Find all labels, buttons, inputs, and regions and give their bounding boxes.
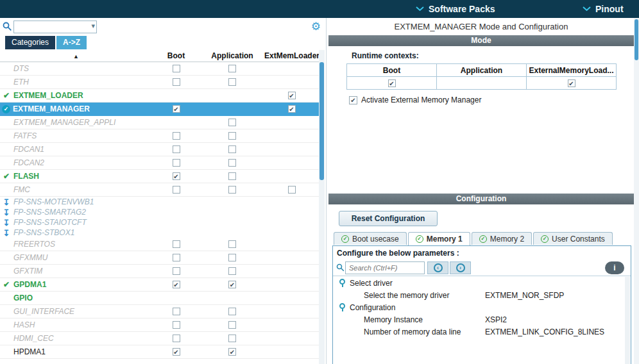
- boot-checkbox[interactable]: [173, 78, 180, 86]
- scrollbar-thumb[interactable]: [635, 19, 638, 60]
- application-checkbox[interactable]: [228, 78, 236, 86]
- param-group-row[interactable]: Select driver: [333, 277, 623, 289]
- mode-section-header[interactable]: Mode: [328, 35, 634, 46]
- boot-checkbox[interactable]: [173, 348, 180, 356]
- extmemloader-checkbox[interactable]: [288, 92, 296, 99]
- param-row[interactable]: Memory InstanceXSPI2: [333, 313, 623, 326]
- extmemloader-checkbox[interactable]: [288, 105, 296, 113]
- boot-checkbox[interactable]: [173, 267, 180, 275]
- boot-checkbox[interactable]: [173, 105, 180, 113]
- table-row[interactable]: FREERTOS: [0, 238, 319, 251]
- boot-checkbox[interactable]: [173, 308, 180, 315]
- table-row[interactable]: ↧FP-SNS-STAIOTCFT: [0, 217, 319, 228]
- config-tab-memory-2[interactable]: ✓Memory 2: [472, 232, 532, 245]
- software-packs-menu[interactable]: Software Packs: [416, 0, 495, 18]
- scrollbar-thumb[interactable]: [320, 62, 324, 180]
- boot-checkbox[interactable]: [173, 172, 180, 180]
- reset-configuration-button[interactable]: Reset Configuration: [339, 211, 438, 226]
- param-value[interactable]: EXTMEM_NOR_SFDP: [485, 291, 564, 300]
- parameters-scrollbar[interactable]: [625, 277, 630, 364]
- application-checkbox[interactable]: [228, 335, 236, 342]
- application-checkbox[interactable]: [228, 159, 236, 167]
- application-checkbox[interactable]: [228, 65, 236, 72]
- boot-checkbox[interactable]: [173, 159, 180, 167]
- boot-checkbox[interactable]: [173, 186, 180, 194]
- window-scrollbar[interactable]: [634, 18, 639, 364]
- runtime-context-cell: [437, 77, 527, 90]
- application-checkbox[interactable]: [228, 254, 236, 261]
- application-checkbox[interactable]: [228, 132, 236, 140]
- boot-checkbox[interactable]: [173, 132, 180, 140]
- table-row[interactable]: ↧FP-SNS-SMARTAG2: [0, 207, 319, 217]
- table-row[interactable]: FATFS: [0, 129, 319, 143]
- config-tab-memory-1[interactable]: ✓Memory 1: [408, 232, 470, 245]
- circle-check-icon: ✓: [2, 105, 10, 113]
- param-value[interactable]: EXTMEM_LINK_CONFIG_8LINES: [485, 327, 604, 336]
- search-next-button[interactable]: ›: [450, 261, 471, 274]
- table-row[interactable]: ✓EXTMEM_MANAGER: [0, 103, 319, 116]
- runtime-context-checkbox[interactable]: [388, 79, 396, 87]
- param-group-row[interactable]: Configuration: [333, 301, 623, 313]
- table-row[interactable]: EXTMEM_MANAGER_APPLI: [0, 116, 319, 129]
- application-checkbox[interactable]: [228, 186, 236, 194]
- component-list-scrollbar[interactable]: [319, 50, 325, 364]
- search-previous-button[interactable]: ‹: [427, 261, 448, 274]
- component-name: FDCAN1: [13, 145, 44, 154]
- param-row[interactable]: Select the memory driverEXTMEM_NOR_SFDP: [333, 289, 623, 301]
- config-tab-user-constants[interactable]: ✓User Constants: [533, 232, 613, 245]
- table-row[interactable]: GPIO: [0, 292, 319, 305]
- application-checkbox[interactable]: [228, 281, 236, 288]
- pinout-menu[interactable]: Pinout: [583, 0, 624, 18]
- boot-checkbox[interactable]: [173, 65, 180, 72]
- boot-checkbox[interactable]: [173, 254, 180, 261]
- table-row[interactable]: ↧FP-SNS-STBOX1: [0, 228, 319, 238]
- gear-icon[interactable]: ⚙: [311, 20, 321, 33]
- application-checkbox[interactable]: [228, 145, 236, 153]
- boot-checkbox[interactable]: [173, 335, 180, 342]
- application-checkbox[interactable]: [228, 172, 236, 180]
- runtime-context-checkbox[interactable]: [568, 79, 575, 87]
- application-checkbox[interactable]: [228, 308, 236, 315]
- extmemloader-checkbox[interactable]: [288, 186, 296, 194]
- table-row[interactable]: ✔GPDMA1: [0, 278, 319, 292]
- boot-checkbox[interactable]: [173, 240, 180, 248]
- table-row[interactable]: ✔EXTMEM_LOADER: [0, 89, 319, 103]
- table-row[interactable]: GFXMMU: [0, 251, 319, 265]
- application-checkbox[interactable]: [228, 119, 236, 126]
- column-header-extmemloader[interactable]: ExtMemLoader: [264, 51, 319, 60]
- table-row[interactable]: ✔FLASH: [0, 170, 319, 183]
- column-header-boot[interactable]: Boot: [152, 51, 200, 60]
- param-row[interactable]: Number of memory data lineEXTMEM_LINK_CO…: [333, 326, 623, 338]
- application-checkbox[interactable]: [228, 267, 236, 275]
- table-row[interactable]: HDMI_CEC: [0, 332, 319, 345]
- activate-manager-checkbox[interactable]: [349, 96, 357, 104]
- column-header-application[interactable]: Application: [200, 51, 264, 60]
- tab-a-to-z[interactable]: A->Z: [56, 36, 87, 49]
- component-search-input[interactable]: [14, 21, 86, 33]
- boot-checkbox[interactable]: [173, 145, 180, 153]
- table-row[interactable]: HASH: [0, 318, 319, 332]
- param-value[interactable]: XSPI2: [485, 315, 507, 324]
- tab-categories[interactable]: Categories: [5, 36, 55, 49]
- chevron-down-icon[interactable]: ▾: [91, 22, 95, 30]
- table-row[interactable]: GFXTIM: [0, 265, 319, 278]
- configuration-section-header[interactable]: Configuration: [328, 194, 634, 204]
- component-search-combobox[interactable]: ▾: [13, 21, 97, 33]
- table-row[interactable]: ↧FP-SNS-MOTENVWB1: [0, 197, 319, 207]
- application-checkbox[interactable]: [228, 321, 236, 329]
- config-tab-boot-usecase[interactable]: ✓Boot usecase: [334, 232, 407, 245]
- sort-column-header[interactable]: ▲: [0, 51, 152, 60]
- table-row[interactable]: FDCAN2: [0, 156, 319, 170]
- info-button[interactable]: i: [605, 261, 624, 274]
- table-row[interactable]: HPDMA1: [0, 345, 319, 359]
- boot-checkbox[interactable]: [173, 321, 180, 329]
- table-row[interactable]: FDCAN1: [0, 143, 319, 156]
- application-checkbox[interactable]: [228, 240, 236, 248]
- parameter-search-input[interactable]: [345, 261, 425, 274]
- table-row[interactable]: GUI_INTERFACE: [0, 305, 319, 318]
- table-row[interactable]: FMC: [0, 183, 319, 197]
- table-row[interactable]: ETH: [0, 76, 319, 89]
- application-checkbox[interactable]: [228, 348, 236, 356]
- table-row[interactable]: DTS: [0, 62, 319, 76]
- boot-checkbox[interactable]: [173, 281, 180, 288]
